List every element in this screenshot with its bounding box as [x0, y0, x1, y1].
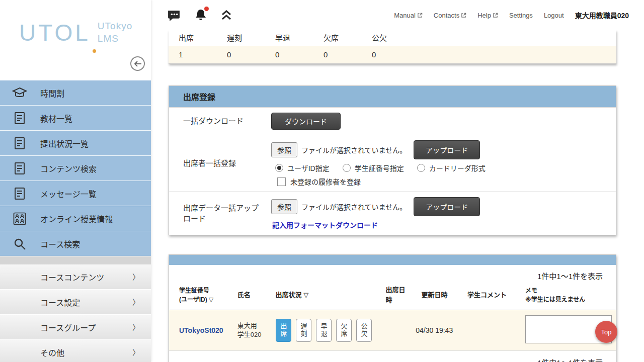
sidebar-item-timetable[interactable]: 時間割	[0, 80, 151, 106]
file-status-text: ファイルが選択されていません。	[301, 145, 407, 155]
sidebar: UTOL UTokyo LMS 時間割 教材一覧	[0, 0, 151, 362]
browse-file-button[interactable]: 参照	[271, 142, 297, 157]
external-link-icon	[417, 13, 423, 18]
summary-value-row: 1 0 0 0 0	[169, 46, 616, 64]
radio-student-card-number[interactable]: 学生証番号指定	[343, 163, 404, 173]
people-grid-icon	[11, 212, 28, 225]
summary-value-late: 0	[217, 46, 265, 64]
sidebar-item-course-contents[interactable]: コースコンテンツ 〉	[0, 264, 151, 290]
result-count-top: 1件中1〜1件を表示	[537, 272, 603, 281]
sidebar-item-course-settings[interactable]: コース設定 〉	[0, 290, 151, 315]
header-update-datetime: 更新日時	[411, 282, 457, 310]
external-link-icon	[461, 13, 466, 18]
search-icon	[11, 237, 28, 250]
sidebar-item-label: コースコンテンツ	[40, 271, 104, 283]
section-title: 出席登録	[169, 86, 616, 107]
status-button-early-leave[interactable]: 早退	[316, 319, 332, 342]
chevron-right-icon: 〉	[132, 297, 140, 307]
chevron-right-icon: 〉	[132, 322, 140, 332]
student-name: 東大用学生020	[237, 321, 262, 339]
attendee-bulk-register-row: 出席者一括登録 参照 ファイルが選択されていません。 アップロード ユーザID指…	[169, 135, 616, 192]
notification-bell-icon[interactable]	[194, 8, 208, 22]
sidebar-item-label: メッセージ一覧	[40, 188, 97, 200]
logo-area: UTOL UTokyo LMS	[0, 0, 151, 80]
sidebar-item-submission-status[interactable]: 提出状況一覧	[0, 131, 151, 156]
collapse-up-icon[interactable]	[221, 10, 232, 20]
radio-card-reader-format[interactable]: カードリーダ形式	[417, 163, 486, 173]
settings-link[interactable]: Settings	[509, 12, 533, 19]
format-download-link[interactable]: 記入用フォーマットダウンロード	[272, 220, 609, 230]
logo-o-decoration	[93, 49, 96, 53]
sidebar-item-label: コースグループ	[40, 321, 96, 333]
logo-text: UTOL	[19, 19, 91, 46]
sidebar-collapse-button[interactable]	[130, 56, 145, 71]
upload-button[interactable]: アップロード	[414, 140, 480, 159]
topbar: Manual Contacts Help Settings	[151, 0, 644, 30]
radio-button-icon	[343, 164, 351, 172]
status-button-absent[interactable]: 欠席	[336, 319, 352, 342]
status-button-excused[interactable]: 公欠	[356, 319, 372, 342]
summary-header-row: 出席 遅刻 早退 欠席 公欠	[169, 30, 616, 46]
header-attendance-datetime: 出席日時	[376, 282, 412, 310]
help-link[interactable]: Help	[477, 12, 498, 19]
attendance-datetime-cell	[376, 310, 412, 351]
summary-header-absent: 欠席	[313, 30, 362, 46]
sidebar-item-message-list[interactable]: メッセージ一覧	[0, 181, 151, 206]
status-button-group: 出席 遅刻 早退 欠席 公欠	[276, 319, 372, 342]
checkbox-register-unregistered[interactable]: 未登録の履修者を登録	[277, 176, 609, 187]
summary-value-early-leave: 0	[265, 46, 313, 64]
utol-logo[interactable]: UTOL UTokyo LMS	[19, 19, 132, 46]
document-list-icon	[11, 162, 28, 175]
header-student-comment: 学生コメント	[457, 282, 515, 310]
status-button-late[interactable]: 遅刻	[296, 319, 311, 342]
upload-button[interactable]: アップロード	[414, 197, 480, 216]
logo-subtitle: UTokyo LMS	[98, 20, 132, 45]
sidebar-item-course-group[interactable]: コースグループ 〉	[0, 315, 151, 340]
student-id-link[interactable]: UTokyoSt020	[179, 326, 223, 334]
logo-subtitle-line2: LMS	[98, 33, 132, 45]
main-area: Manual Contacts Help Settings	[151, 0, 644, 362]
settings-link-label: Settings	[509, 12, 533, 19]
summary-header-excused: 公欠	[362, 30, 410, 46]
sidebar-item-label: 時間割	[40, 87, 64, 99]
radio-user-id[interactable]: ユーザID指定	[275, 163, 330, 173]
file-status-text: ファイルが選択されていません。	[301, 202, 407, 212]
external-link-icon	[493, 13, 498, 18]
sidebar-item-others[interactable]: その他 〉	[0, 340, 151, 362]
scroll-to-top-button[interactable]: Top	[595, 321, 617, 343]
header-attendance-status[interactable]: 出席状況 ▽	[266, 282, 376, 310]
student-row: UTokyoSt020 東大用学生020 出席 遅刻 早退 欠席 公欠	[169, 310, 616, 351]
status-button-present[interactable]: 出席	[276, 319, 291, 342]
logo-subtitle-line1: UTokyo	[98, 20, 132, 33]
sidebar-item-content-search[interactable]: コンテンツ検索	[0, 156, 151, 181]
graduation-cap-icon	[11, 86, 28, 99]
sidebar-item-course-search[interactable]: コース検索	[0, 231, 151, 256]
student-attendance-block: 1件中1〜1件を表示 学生証番号 (ユーザID) ▽ 氏名 出席状況 ▽	[169, 254, 616, 362]
contacts-link-label: Contacts	[434, 12, 459, 19]
chat-icon[interactable]	[167, 10, 181, 21]
chevron-right-icon: 〉	[132, 272, 140, 282]
logout-link[interactable]: Logout	[544, 12, 564, 19]
header-student-id[interactable]: 学生証番号 (ユーザID) ▽	[169, 282, 227, 310]
manual-link[interactable]: Manual	[394, 12, 423, 19]
bulk-download-row: 一括ダウンロード ダウンロード	[169, 107, 616, 135]
table-footer-row: 1件中1〜1件を表示	[169, 351, 616, 362]
download-button[interactable]: ダウンロード	[271, 113, 341, 130]
data-bulk-upload-row: 出席データ一括アップロード 参照 ファイルが選択されていません。 アップロード …	[169, 192, 616, 235]
page-content: 出席 遅刻 早退 欠席 公欠 1 0 0 0 0	[151, 30, 644, 362]
summary-value-excused: 0	[362, 46, 410, 64]
summary-header-early-leave: 早退	[265, 30, 313, 46]
student-comment-cell	[457, 310, 515, 351]
browse-file-button[interactable]: 参照	[271, 199, 297, 214]
attendee-bulk-register-label: 出席者一括登録	[169, 151, 271, 175]
student-table-header-row: 学生証番号 (ユーザID) ▽ 氏名 出席状況 ▽ 出席日時 更新日時 学生コメ…	[169, 282, 616, 310]
sidebar-item-online-class-info[interactable]: オンライン授業情報	[0, 206, 151, 231]
header-name: 氏名	[227, 282, 266, 310]
contacts-link[interactable]: Contacts	[434, 12, 466, 19]
document-list-icon	[11, 112, 28, 125]
sidebar-item-materials[interactable]: 教材一覧	[0, 106, 151, 131]
sidebar-item-label: その他	[40, 346, 64, 358]
radio-button-icon	[275, 164, 283, 172]
radio-label: ユーザID指定	[287, 163, 330, 173]
sidebar-item-label: 教材一覧	[40, 112, 72, 124]
